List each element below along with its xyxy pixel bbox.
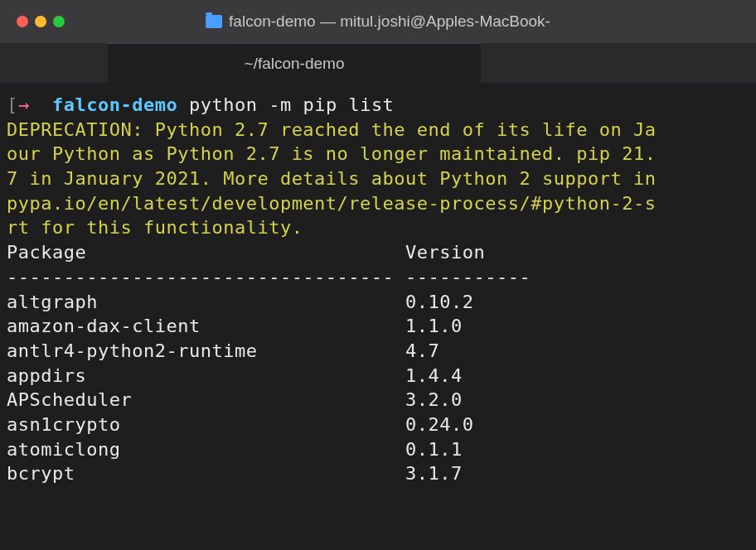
- folder-icon: [206, 15, 222, 28]
- maximize-button[interactable]: [53, 16, 65, 27]
- col-package: Package: [7, 242, 86, 263]
- deprecation-line-2: 7 in January 2021. More details about Py…: [7, 168, 656, 189]
- prompt-bracket: [: [7, 94, 18, 115]
- title-suffix: mitul.joshi@Apples-MacBook-: [340, 12, 550, 30]
- package-list: altgraph 0.10.2 amazon-dax-client 1.1.0 …: [7, 292, 474, 485]
- title-prefix: falcon-demo —: [229, 12, 336, 30]
- prompt-command: python -m pip list: [189, 94, 394, 115]
- table-header: Package Version: [7, 242, 485, 263]
- tab-label: ~/falcon-demo: [245, 55, 345, 73]
- terminal-content[interactable]: [→ falcon-demo python -m pip list DEPREC…: [0, 83, 756, 496]
- prompt-arrow: →: [18, 94, 30, 115]
- window-title: falcon-demo — mitul.joshi@Apples-MacBook…: [206, 12, 550, 31]
- tab-bar: ~/falcon-demo: [0, 43, 756, 83]
- deprecation-line-4: rt for this functionality.: [7, 217, 303, 238]
- prompt-directory: falcon-demo: [52, 94, 177, 115]
- traffic-lights: [17, 16, 65, 27]
- close-button[interactable]: [17, 16, 28, 27]
- window-titlebar: falcon-demo — mitul.joshi@Apples-MacBook…: [0, 0, 756, 43]
- deprecation-line-1: our Python as Python 2.7 is no longer ma…: [7, 143, 656, 164]
- tab-active[interactable]: ~/falcon-demo: [108, 43, 481, 83]
- table-separator: ---------------------------------- -----…: [7, 267, 531, 287]
- deprecation-line-3: pypa.io/en/latest/development/release-pr…: [7, 193, 656, 214]
- minimize-button[interactable]: [35, 16, 46, 27]
- deprecation-line-0: DEPRECATION: Python 2.7 reached the end …: [7, 119, 656, 140]
- col-version: Version: [405, 242, 485, 263]
